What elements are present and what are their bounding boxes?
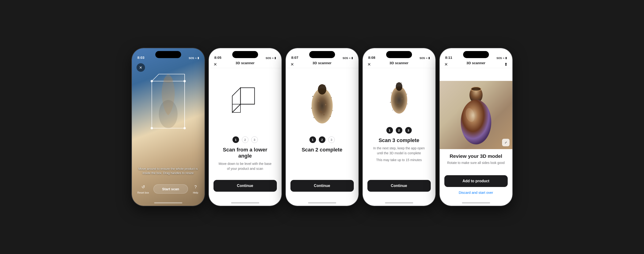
time-1: 8:03 bbox=[138, 56, 144, 60]
step-1-4: 1 bbox=[386, 127, 393, 134]
svg-point-39 bbox=[397, 104, 398, 105]
illustration-area-2 bbox=[209, 71, 282, 132]
review-subtitle: Rotate to make sure all sides look good bbox=[445, 161, 507, 165]
svg-point-16 bbox=[312, 96, 313, 97]
svg-point-37 bbox=[395, 95, 396, 97]
svg-point-22 bbox=[319, 86, 320, 86]
phone-2: 8:05 SOS ≈ ▮ ✕ 3D scanner bbox=[209, 48, 282, 206]
close-button-1[interactable]: ✕ bbox=[136, 63, 145, 72]
dynamic-island-3 bbox=[309, 51, 335, 58]
help-icon: ? bbox=[192, 184, 199, 190]
home-indicator-4 bbox=[385, 202, 413, 203]
nav-title-5: 3D scanner bbox=[466, 61, 486, 65]
vase-silhouette bbox=[154, 72, 182, 116]
scan-title-2: Scan from a lower angle bbox=[209, 147, 282, 159]
illustration-area-3 bbox=[286, 71, 358, 132]
dynamic-island-2 bbox=[232, 51, 258, 58]
status-icons-1: SOS ≈ ▮ bbox=[189, 56, 199, 60]
sos-3: SOS bbox=[342, 57, 348, 60]
dynamic-island-5 bbox=[463, 51, 489, 58]
phone-4: 8:08 SOS ≈ ▮ ✕ 3D scanner bbox=[363, 48, 436, 206]
reset-icon: ↺ bbox=[140, 184, 146, 190]
close-button-4[interactable]: ✕ bbox=[368, 62, 371, 67]
wifi-icon-2: ≈ bbox=[272, 57, 273, 60]
step-1-3: 1 bbox=[310, 137, 316, 143]
model-preview-area[interactable]: ⤢ bbox=[440, 81, 512, 149]
nav-title-2: 3D scanner bbox=[236, 61, 254, 65]
nav-title-4: 3D scanner bbox=[390, 61, 408, 65]
svg-point-7 bbox=[150, 127, 153, 129]
svg-point-30 bbox=[391, 93, 392, 93]
share-button-5[interactable]: ⬆ bbox=[504, 62, 508, 67]
nav-title-3: 3D scanner bbox=[312, 61, 332, 65]
review-title: Review your 3D model bbox=[445, 153, 507, 159]
continue-button-4[interactable]: Continue bbox=[368, 180, 431, 192]
scan-title-3: Scan 2 complete bbox=[286, 147, 358, 153]
help-button[interactable]: ? Help bbox=[192, 184, 199, 194]
svg-point-19 bbox=[332, 110, 333, 111]
phone-5: 8:11 SOS ≈ ▮ ✕ 3D scanner ⬆ bbox=[440, 48, 512, 206]
help-label: Help bbox=[193, 191, 198, 194]
review-screen: 8:11 SOS ≈ ▮ ✕ 3D scanner ⬆ bbox=[440, 48, 512, 206]
wifi-icon-5: ≈ bbox=[503, 57, 504, 60]
time-3: 8:07 bbox=[292, 56, 298, 60]
svg-point-34 bbox=[392, 110, 393, 110]
svg-point-6 bbox=[184, 80, 186, 82]
svg-point-15 bbox=[318, 84, 326, 94]
battery-icon-2: ▮ bbox=[274, 56, 276, 60]
svg-point-23 bbox=[324, 85, 325, 86]
svg-point-18 bbox=[311, 108, 312, 109]
svg-point-35 bbox=[396, 83, 397, 84]
dynamic-island-4 bbox=[386, 51, 412, 58]
continue-button-2[interactable]: Continue bbox=[214, 180, 277, 192]
close-button-2[interactable]: ✕ bbox=[214, 62, 217, 67]
svg-point-8 bbox=[184, 127, 186, 129]
phone-1: 8:03 SOS ≈ ▮ ✕ bbox=[132, 48, 204, 206]
start-scan-button[interactable]: Start scan bbox=[154, 184, 188, 194]
svg-point-21 bbox=[330, 116, 331, 117]
dynamic-island-1 bbox=[155, 51, 181, 58]
step-3-2: 3 bbox=[251, 137, 258, 143]
continue-button-3[interactable]: Continue bbox=[290, 180, 354, 192]
reset-box-button[interactable]: ↺ Reset box bbox=[138, 184, 149, 194]
svg-point-38 bbox=[402, 98, 402, 99]
step-3-4: 3 bbox=[405, 127, 412, 134]
discard-button[interactable]: Discard and start over bbox=[440, 190, 512, 194]
step-2-4: 2 bbox=[396, 127, 402, 134]
expand-button[interactable]: ⤢ bbox=[502, 139, 510, 146]
instruction-text: Move around to ensure the whole product … bbox=[136, 167, 200, 175]
close-button-5[interactable]: ✕ bbox=[444, 62, 448, 67]
svg-point-24 bbox=[318, 100, 319, 102]
battery-icon-4: ▮ bbox=[428, 56, 430, 60]
wifi-icon-4: ≈ bbox=[426, 57, 427, 60]
svg-point-25 bbox=[325, 104, 326, 105]
wifi-icon-1: ≈ bbox=[195, 57, 196, 60]
time-2: 8:05 bbox=[214, 56, 222, 60]
box-3d-icon bbox=[228, 83, 263, 119]
battery-icon-5: ▮ bbox=[505, 56, 507, 60]
step-indicators-4: 1 2 3 bbox=[363, 127, 436, 134]
expand-icon: ⤢ bbox=[505, 141, 507, 144]
reset-label: Reset box bbox=[138, 191, 149, 194]
svg-point-32 bbox=[390, 102, 391, 103]
scan-subtitle2-4: This may take up to 15 minutes bbox=[363, 158, 436, 163]
wifi-icon-3: ≈ bbox=[349, 57, 350, 60]
scan-3-screen: 8:08 SOS ≈ ▮ ✕ 3D scanner bbox=[363, 48, 436, 206]
step-2-3: 2 bbox=[319, 137, 326, 143]
home-indicator-1 bbox=[154, 202, 182, 203]
status-icons-4: SOS ≈ ▮ bbox=[420, 56, 430, 60]
svg-point-36 bbox=[401, 83, 402, 83]
svg-rect-12 bbox=[240, 88, 254, 104]
close-button-3[interactable]: ✕ bbox=[290, 62, 294, 67]
time-4: 8:08 bbox=[368, 56, 375, 60]
svg-point-26 bbox=[320, 111, 322, 112]
svg-point-33 bbox=[407, 104, 408, 104]
svg-point-5 bbox=[150, 80, 153, 82]
add-to-product-button[interactable]: Add to product bbox=[444, 175, 508, 187]
svg-point-11 bbox=[164, 77, 173, 83]
battery-icon-3: ▮ bbox=[352, 56, 353, 60]
signal-text-1: SOS bbox=[189, 57, 194, 60]
svg-point-20 bbox=[314, 117, 314, 118]
step-3-3: 3 bbox=[328, 137, 335, 143]
sos-2: SOS bbox=[266, 57, 271, 60]
